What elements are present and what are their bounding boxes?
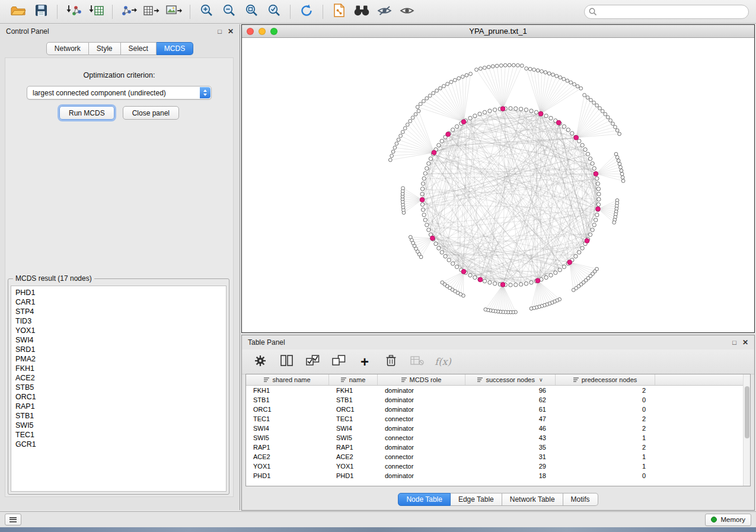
table-row[interactable]: STB1STB1dominator620: [246, 395, 750, 405]
memory-button[interactable]: Memory: [705, 514, 751, 526]
show-details-button[interactable]: [395, 3, 418, 21]
cell-predecessors: 2: [556, 443, 655, 452]
tab-node-table[interactable]: Node Table: [398, 493, 451, 506]
zoom-fit-icon: [245, 4, 259, 20]
result-item[interactable]: ORC1: [15, 392, 222, 402]
export-table-button[interactable]: [140, 3, 162, 21]
refresh-icon: [299, 4, 314, 20]
column-header-shared_name[interactable]: shared name: [246, 374, 329, 385]
select-all-button[interactable]: [302, 353, 323, 371]
fx-icon: f(x): [435, 356, 451, 367]
mcds-result-list[interactable]: PHD1CAR1STP4TID3YOX1SWI4SRD1PMA2FKH1ACE2…: [11, 286, 227, 492]
node-table: shared namenameMCDS rolesuccessor nodes∨…: [245, 374, 751, 486]
column-header-name[interactable]: name: [329, 374, 378, 385]
tab-network-table[interactable]: Network Table: [502, 493, 563, 506]
search-input[interactable]: [584, 5, 749, 19]
maximize-window-icon[interactable]: [270, 28, 277, 35]
toolbar-separator: [112, 5, 113, 19]
tab-mcds[interactable]: MCDS: [157, 42, 193, 55]
close-window-icon[interactable]: [247, 28, 254, 35]
table-row[interactable]: SWI4SWI4dominator462: [246, 424, 750, 433]
result-item[interactable]: PHD1: [15, 288, 222, 297]
table-row[interactable]: TEC1TEC1connector472: [246, 414, 750, 424]
table-row[interactable]: RAP1RAP1dominator352: [246, 443, 750, 452]
zoom-out-icon: [222, 4, 236, 20]
show-columns-button[interactable]: [276, 353, 296, 371]
close-panel-icon[interactable]: ✕: [228, 28, 234, 35]
cell-name: TEC1: [329, 414, 378, 424]
result-item[interactable]: STB1: [15, 411, 222, 421]
scrollbar-thumb[interactable]: [745, 386, 749, 438]
tab-style[interactable]: Style: [89, 42, 121, 55]
hide-details-button[interactable]: [373, 3, 395, 21]
minimize-window-icon[interactable]: [259, 28, 266, 35]
cell-role: connector: [378, 462, 465, 471]
export-network-button[interactable]: [117, 3, 140, 21]
cell-predecessors: 0: [556, 405, 655, 414]
result-item[interactable]: PMA2: [15, 354, 222, 364]
tab-network[interactable]: Network: [46, 42, 89, 55]
search-network-button[interactable]: [350, 3, 373, 21]
table-panel-tabs: Node TableEdge TableNetwork TableMotifs: [242, 493, 754, 506]
result-item[interactable]: FKH1: [15, 364, 222, 373]
close-panel-button[interactable]: Close panel: [123, 106, 179, 120]
result-item[interactable]: TID3: [15, 316, 222, 326]
tab-edge-table[interactable]: Edge Table: [451, 493, 502, 506]
cell-role: connector: [378, 452, 465, 462]
result-item[interactable]: SWI5: [15, 421, 222, 430]
zoom-out-button[interactable]: [218, 3, 240, 21]
table-row[interactable]: ACE2ACE2connector311: [246, 452, 750, 462]
table-row[interactable]: FKH1FKH1dominator962: [246, 386, 750, 395]
column-label: MCDS role: [410, 376, 442, 383]
result-item[interactable]: ACE2: [15, 373, 222, 383]
table-scrollbar[interactable]: [743, 374, 750, 486]
table-row[interactable]: ORC1ORC1dominator610: [246, 405, 750, 414]
delete-column-button[interactable]: [381, 353, 401, 371]
apply-layout-button[interactable]: [295, 3, 318, 21]
application-window: Control Panel □ ✕ NetworkStyleSelectMCDS…: [0, 0, 756, 527]
zoom-fit-button[interactable]: [240, 3, 263, 21]
table-row[interactable]: YOX1YOX1connector291: [246, 462, 750, 471]
network-window-titlebar[interactable]: YPA_prune.txt_1: [242, 25, 754, 38]
column-header-predecessors[interactable]: predecessor nodes: [556, 374, 655, 385]
tab-select[interactable]: Select: [121, 42, 157, 55]
cell-role: dominator: [378, 443, 465, 452]
column-header-role[interactable]: MCDS role: [378, 374, 465, 385]
table-row[interactable]: PHD1PHD1dominator180: [246, 471, 750, 480]
result-item[interactable]: RAP1: [15, 402, 222, 411]
import-table-button[interactable]: [85, 3, 107, 21]
result-item[interactable]: STB5: [15, 383, 222, 392]
export-document-button[interactable]: [328, 3, 350, 21]
result-item[interactable]: CAR1: [15, 297, 222, 307]
network-canvas[interactable]: [242, 38, 754, 332]
run-mcds-button[interactable]: Run MCDS: [59, 106, 114, 120]
result-item[interactable]: SWI4: [15, 335, 222, 345]
result-item[interactable]: STP4: [15, 307, 222, 316]
save-session-button[interactable]: [30, 3, 52, 21]
cell-shared_name: PHD1: [246, 471, 329, 480]
cell-successors: 18: [465, 471, 556, 480]
column-header-successors[interactable]: successor nodes∨: [465, 374, 556, 385]
close-panel-icon[interactable]: ✕: [742, 339, 748, 346]
result-item[interactable]: GCR1: [15, 440, 222, 449]
result-item[interactable]: TEC1: [15, 430, 222, 440]
result-item[interactable]: SRD1: [15, 345, 222, 354]
export-image-icon: [166, 4, 182, 20]
optimization-criterion-select[interactable]: largest connected component (undirected): [27, 86, 212, 100]
export-image-button[interactable]: [162, 3, 185, 21]
float-panel-icon[interactable]: □: [732, 339, 736, 346]
zoom-selected-icon: [267, 4, 281, 20]
import-network-button[interactable]: [62, 3, 85, 21]
result-item[interactable]: YOX1: [15, 326, 222, 335]
export-table-icon: [143, 4, 160, 20]
create-column-button[interactable]: +: [355, 353, 375, 371]
zoom-in-button[interactable]: [195, 3, 218, 21]
tab-motifs[interactable]: Motifs: [563, 493, 598, 506]
table-options-button[interactable]: [250, 353, 270, 371]
open-file-button[interactable]: [7, 3, 30, 21]
table-row[interactable]: SWI5SWI5connector431: [246, 433, 750, 443]
task-history-button[interactable]: [5, 514, 21, 525]
zoom-selected-button[interactable]: [263, 3, 285, 21]
float-panel-icon[interactable]: □: [218, 28, 222, 35]
deselect-all-button[interactable]: [328, 353, 349, 371]
